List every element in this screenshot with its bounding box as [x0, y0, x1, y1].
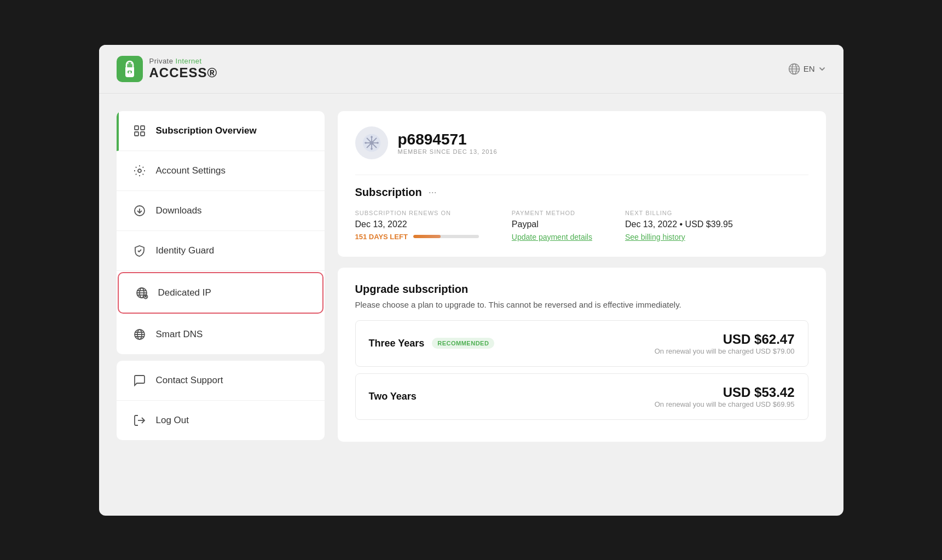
sidebar-nav-card: Subscription Overview Account Settings — [117, 111, 325, 354]
payment-label: PAYMENT METHOD — [512, 210, 592, 216]
main-content: Subscription Overview Account Settings — [99, 94, 843, 516]
update-payment-link[interactable]: Update payment details — [512, 233, 592, 241]
sidebar-item-subscription-overview-label: Subscription Overview — [156, 125, 257, 136]
sidebar-item-log-out[interactable]: Log Out — [117, 401, 325, 440]
plan-left-two-years: Two Years — [369, 391, 417, 402]
recommended-badge: RECOMMENDED — [432, 338, 494, 349]
billing-value: Dec 13, 2022 • USD $39.95 — [625, 220, 733, 229]
grid-icon — [132, 123, 147, 138]
logout-icon — [132, 413, 147, 428]
plan-card-two-years[interactable]: Two Years USD $53.42 On renewal you will… — [355, 373, 808, 420]
plan-card-three-years[interactable]: Three Years RECOMMENDED USD $62.47 On re… — [355, 320, 808, 367]
sidebar-item-contact-support-label: Contact Support — [156, 375, 223, 386]
payment-value: Paypal — [512, 220, 592, 229]
logo: Private Internet ACCESS® — [117, 56, 218, 82]
sidebar-item-account-settings[interactable]: Account Settings — [117, 151, 325, 191]
svg-point-24 — [145, 295, 146, 296]
username: p6894571 — [398, 131, 498, 148]
sidebar-item-smart-dns-label: Smart DNS — [156, 329, 203, 340]
logo-bottom: ACCESS® — [149, 65, 218, 80]
subscription-section: Subscription ··· SUBSCRIPTION RENEWS ON … — [355, 175, 808, 241]
svg-point-37 — [371, 136, 373, 138]
days-left: 151 DAYS LEFT — [355, 233, 479, 241]
globe-icon-sidebar — [132, 327, 147, 342]
days-left-text: 151 DAYS LEFT — [355, 233, 408, 241]
app-window: Private Internet ACCESS® EN — [99, 45, 843, 516]
svg-rect-14 — [141, 132, 145, 136]
progress-fill — [413, 235, 441, 238]
sidebar-item-subscription-overview[interactable]: Subscription Overview — [117, 111, 325, 151]
plan-right-three-years: USD $62.47 On renewal you will be charge… — [655, 332, 795, 355]
subscription-details: SUBSCRIPTION RENEWS ON Dec 13, 2022 151 … — [355, 210, 808, 241]
sidebar-bottom-card: Contact Support Log Out — [117, 361, 325, 440]
plan-name-two-years: Two Years — [369, 391, 417, 402]
logo-top: Private Internet — [149, 57, 218, 65]
sidebar-item-dedicated-ip[interactable]: Dedicated IP — [118, 272, 323, 314]
upgrade-card: Upgrade subscription Please choose a pla… — [338, 268, 826, 442]
download-icon — [132, 203, 147, 218]
sidebar-item-contact-support[interactable]: Contact Support — [117, 361, 325, 401]
svg-point-4 — [127, 62, 128, 63]
plan-renewal-three-years: On renewal you will be charged USD $79.0… — [655, 347, 795, 355]
plan-name-three-years: Three Years — [369, 338, 425, 349]
upgrade-desc: Please choose a plan to upgrade to. This… — [355, 300, 808, 309]
avatar-icon — [362, 133, 382, 153]
svg-rect-11 — [135, 126, 138, 130]
billing-label: NEXT BILLING — [625, 210, 733, 216]
payment-col: PAYMENT METHOD Paypal Update payment det… — [512, 210, 592, 241]
subscription-title-row: Subscription ··· — [355, 186, 808, 199]
svg-point-40 — [377, 142, 379, 144]
sidebar-item-identity-guard[interactable]: Identity Guard — [117, 231, 325, 271]
header: Private Internet ACCESS® EN — [99, 45, 843, 94]
svg-point-38 — [371, 148, 373, 150]
lang-label: EN — [804, 64, 815, 73]
logo-internet: Internet — [176, 57, 202, 65]
see-billing-history-link[interactable]: See billing history — [625, 233, 733, 241]
profile-info: p6894571 MEMBER SINCE DEC 13, 2016 — [398, 131, 498, 155]
svg-point-3 — [129, 71, 131, 73]
renews-label: SUBSCRIPTION RENEWS ON — [355, 210, 479, 216]
shield-check-icon — [132, 243, 147, 258]
globe-icon — [788, 63, 800, 75]
lang-selector[interactable]: EN — [788, 63, 826, 75]
plan-left-three-years: Three Years RECOMMENDED — [369, 338, 495, 349]
sidebar-item-account-settings-label: Account Settings — [156, 165, 226, 176]
profile-header: p6894571 MEMBER SINCE DEC 13, 2016 — [355, 126, 808, 159]
subscription-title: Subscription — [355, 186, 422, 199]
chevron-down-icon — [818, 65, 826, 73]
logo-text: Private Internet ACCESS® — [149, 57, 218, 80]
gear-icon — [132, 163, 147, 178]
sidebar-item-identity-guard-label: Identity Guard — [156, 245, 215, 256]
progress-bar — [413, 235, 479, 238]
logo-icon — [117, 56, 143, 82]
avatar — [355, 126, 388, 159]
renews-col: SUBSCRIPTION RENEWS ON Dec 13, 2022 151 … — [355, 210, 479, 241]
svg-point-5 — [130, 62, 131, 63]
sidebar-item-log-out-label: Log Out — [156, 415, 189, 426]
message-icon — [132, 373, 147, 388]
upgrade-title: Upgrade subscription — [355, 283, 808, 296]
globe-person-icon — [134, 285, 149, 301]
renews-value: Dec 13, 2022 — [355, 220, 479, 229]
svg-rect-12 — [141, 126, 145, 130]
sidebar-item-downloads[interactable]: Downloads — [117, 191, 325, 231]
plan-price-two-years: USD $53.42 — [655, 385, 795, 400]
member-since: MEMBER SINCE DEC 13, 2016 — [398, 148, 498, 155]
plan-right-two-years: USD $53.42 On renewal you will be charge… — [655, 385, 795, 408]
plan-renewal-two-years: On renewal you will be charged USD $69.9… — [655, 400, 795, 408]
plan-price-three-years: USD $62.47 — [655, 332, 795, 347]
svg-point-39 — [365, 142, 367, 144]
profile-card: p6894571 MEMBER SINCE DEC 13, 2016 Subsc… — [338, 111, 826, 257]
sidebar: Subscription Overview Account Settings — [117, 111, 325, 498]
right-content: p6894571 MEMBER SINCE DEC 13, 2016 Subsc… — [338, 111, 826, 498]
svg-rect-13 — [135, 132, 138, 136]
sidebar-item-smart-dns[interactable]: Smart DNS — [117, 315, 325, 354]
sidebar-item-dedicated-ip-label: Dedicated IP — [158, 287, 211, 298]
svg-point-15 — [138, 169, 141, 172]
more-options-icon[interactable]: ··· — [429, 187, 437, 198]
sidebar-item-downloads-label: Downloads — [156, 205, 202, 216]
svg-point-36 — [369, 141, 373, 145]
billing-col: NEXT BILLING Dec 13, 2022 • USD $39.95 S… — [625, 210, 733, 241]
